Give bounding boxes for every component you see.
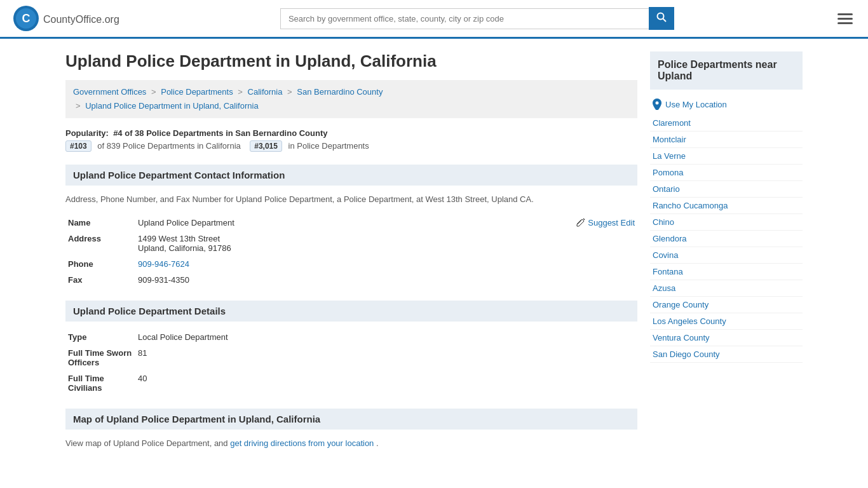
name-value: Upland Police Department [138,218,234,227]
name-row: Upland Police Department Suggest Edit [138,218,635,227]
logo-text: CountyOffice.org [43,11,119,26]
logo-name: CountyOffice [43,14,102,25]
logo-suffix: .org [102,14,119,25]
sworn-label: Full Time Sworn Officers [65,345,135,370]
popularity-line1: Popularity: #4 of 38 Police Departments … [65,128,637,138]
menu-line [837,13,853,15]
fax-label: Fax [65,272,135,288]
table-row: Name Upland Police Department Suggest Ed… [65,215,637,231]
main-layout: Upland Police Department in Upland, Cali… [53,39,815,462]
page-title: Upland Police Department in Upland, Cali… [65,51,637,71]
popularity-line2: #103 of 839 Police Departments in Califo… [65,140,637,152]
breadcrumb-link[interactable]: California [248,87,283,97]
sidebar-nearby-link[interactable]: Los Angeles County [650,313,803,330]
popularity-label: Popularity: [65,128,109,138]
sworn-value: 81 [135,345,637,370]
badge1-value: #103 [70,142,87,151]
svg-line-4 [663,19,666,22]
location-pin-icon [653,98,661,110]
contact-table: Name Upland Police Department Suggest Ed… [65,215,637,288]
use-location-label: Use My Location [665,100,727,109]
popularity-badge1: #103 [65,140,92,152]
bc-separator: > [151,87,156,97]
badge2-suffix: in Police Departments [288,141,369,151]
sidebar-nearby-link[interactable]: Montclair [650,132,803,148]
popularity-badge2: #3,015 [250,140,282,152]
breadcrumb: Government Offices > Police Departments … [65,80,637,118]
svg-text:C: C [22,12,31,25]
bc-separator: > [238,87,243,97]
contact-description: Address, Phone Number, and Fax Number fo… [65,193,637,206]
map-description: View map of Upland Police Department, an… [65,437,637,450]
map-desc-end: . [376,438,379,448]
bc-separator: > [287,87,292,97]
sidebar-nearby-link[interactable]: Glendora [650,231,803,247]
sidebar-links: ClaremontMontclairLa VernePomonaOntarioR… [650,115,803,363]
search-area [280,7,674,30]
table-row: Type Local Police Department [65,329,637,345]
breadcrumb-link[interactable]: Government Offices [73,87,146,97]
logo: C CountyOffice.org [13,5,119,32]
table-row: Phone 909-946-7624 [65,256,637,272]
svg-line-6 [583,219,585,220]
sidebar-nearby-link[interactable]: Fontana [650,264,803,280]
menu-line [837,18,853,20]
suggest-edit-label: Suggest Edit [588,218,635,227]
search-icon [656,12,667,22]
phone-label: Phone [65,256,135,272]
logo-icon: C [13,5,39,32]
civilians-value: 40 [135,370,637,396]
bc-separator: > [76,101,81,111]
badge2-value: #3,015 [254,142,278,151]
breadcrumb-link[interactable]: Police Departments [161,87,233,97]
phone-value: 909-946-7624 [135,256,637,272]
address-line1: 1499 West 13th Street [138,234,635,243]
content: Upland Police Department in Upland, Cali… [65,51,637,449]
badge1-suffix: of 839 Police Departments in California [97,141,240,151]
sidebar-nearby-link[interactable]: Ontario [650,181,803,198]
type-label: Type [65,329,135,345]
sidebar-nearby-link[interactable]: Rancho Cucamonga [650,198,803,214]
civilians-label: Full Time Civilians [65,370,135,396]
map-desc-text: View map of Upland Police Department, an… [65,438,230,448]
table-row: Full Time Sworn Officers 81 [65,345,637,370]
sidebar-nearby-link[interactable]: Azusa [650,280,803,297]
svg-point-7 [656,102,659,105]
type-value: Local Police Department [135,329,637,345]
use-location-link[interactable]: Use My Location [650,96,803,115]
address-value: 1499 West 13th Street Upland, California… [135,231,637,256]
fax-value: 909-931-4350 [135,272,637,288]
breadcrumb-link[interactable]: San Bernardino County [297,87,383,97]
search-input[interactable] [280,8,649,29]
details-table: Type Local Police Department Full Time S… [65,329,637,396]
svg-point-3 [657,13,663,20]
menu-button[interactable] [835,11,855,27]
popularity-rank1: #4 of 38 Police Departments in San Berna… [113,128,327,138]
driving-directions-link[interactable]: get driving directions from your locatio… [230,438,374,448]
sidebar-nearby-link[interactable]: Claremont [650,115,803,132]
contact-section-header: Upland Police Department Contact Informa… [65,165,637,186]
table-row: Fax 909-931-4350 [65,272,637,288]
header: C CountyOffice.org [0,0,868,39]
sidebar-nearby-link[interactable]: Ventura County [650,330,803,346]
sidebar-nearby-link[interactable]: Orange County [650,297,803,313]
suggest-edit-link[interactable]: Suggest Edit [576,218,635,227]
sidebar-header: Police Departments near Upland [650,51,803,90]
map-section-header: Map of Upland Police Department in Uplan… [65,409,637,430]
sidebar: Police Departments near Upland Use My Lo… [650,51,803,449]
table-row: Full Time Civilians 40 [65,370,637,396]
menu-line [837,22,853,24]
sidebar-nearby-link[interactable]: Chino [650,214,803,231]
search-button[interactable] [649,7,674,30]
table-row: Address 1499 West 13th Street Upland, Ca… [65,231,637,256]
sidebar-nearby-link[interactable]: Pomona [650,165,803,181]
edit-icon [576,218,585,227]
details-section-header: Upland Police Department Details [65,301,637,322]
breadcrumb-current[interactable]: Upland Police Department in Upland, Cali… [85,101,258,111]
sidebar-nearby-link[interactable]: La Verne [650,148,803,165]
address-label: Address [65,231,135,256]
phone-link[interactable]: 909-946-7624 [138,259,189,269]
sidebar-nearby-link[interactable]: Covina [650,247,803,264]
sidebar-nearby-link[interactable]: San Diego County [650,346,803,363]
address-line2: Upland, California, 91786 [138,243,635,253]
